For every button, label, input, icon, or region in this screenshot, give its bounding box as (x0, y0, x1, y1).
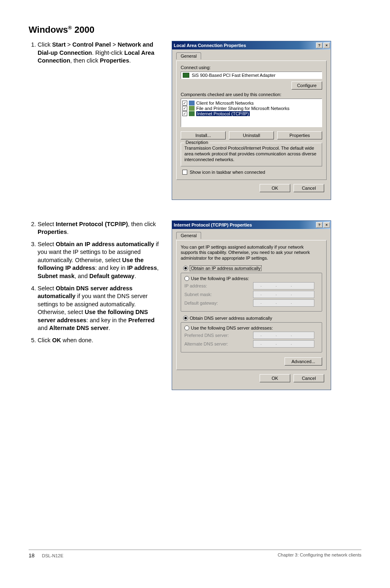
t: Select (38, 285, 56, 292)
checkbox-icon[interactable]: ✓ (182, 101, 187, 105)
default-gateway-input[interactable]: ... (253, 299, 314, 307)
taskbar-checkbox[interactable] (182, 170, 187, 175)
step-5: Click OK when done. (38, 337, 164, 345)
client-icon (189, 101, 195, 105)
item-label-selected: Internet Protocol (TCP/IP) (196, 111, 250, 116)
general-panel: You can get IP settings assigned automat… (176, 240, 327, 370)
t: > (66, 41, 73, 48)
nic-icon (183, 73, 189, 78)
t: Control Panel (72, 41, 111, 48)
advanced-button[interactable]: Advanced... (285, 357, 322, 366)
footer-model: DSL-N12E (42, 553, 63, 558)
t: . (67, 229, 69, 235)
general-panel: Connect using: SiS 900-Based PCI Fast Et… (176, 61, 327, 180)
t: Obtain an IP address automatically (56, 241, 154, 247)
ip-address-label: IP address: (184, 283, 207, 288)
radio-icon[interactable] (184, 325, 189, 330)
help-button[interactable]: ? (316, 43, 323, 48)
radio-use-dns[interactable]: Use the following DNS server addresses: (184, 325, 318, 330)
manual-dns-group: Use the following DNS server addresses: … (181, 322, 322, 352)
description-text: Transmission Control Protocol/Internet P… (184, 146, 318, 162)
t: Select (38, 221, 56, 227)
t: Click (38, 41, 52, 48)
section-heading: Windows® 2000 (29, 25, 361, 35)
t: Start (52, 41, 65, 48)
close-icon: × (325, 223, 327, 227)
t: > (111, 41, 118, 48)
step1-text: Click Start > Control Panel > Network an… (29, 41, 164, 69)
preferred-dns-label: Preferred DNS server: (184, 333, 229, 338)
properties-button[interactable]: Properties (277, 131, 322, 139)
t: IP address (127, 265, 157, 271)
manual-ip-group: Use the following IP address: IP address… (181, 273, 322, 312)
t: OK (52, 337, 61, 343)
radio-label: Use the following IP address: (191, 276, 249, 281)
cancel-button[interactable]: Cancel (294, 374, 324, 382)
ok-button[interactable]: OK (260, 374, 290, 382)
radio-obtain-dns[interactable]: Obtain DNS server address automatically (183, 316, 322, 321)
t: Alternate DNS server (49, 325, 108, 331)
configure-button[interactable]: Configure (291, 81, 322, 90)
radio-dot-icon (184, 317, 187, 319)
list-item[interactable]: ✓ Client for Microsoft Networks (182, 101, 321, 105)
tab-strip: General (176, 52, 327, 59)
t: . (134, 273, 136, 279)
radio-icon[interactable] (183, 316, 188, 321)
description-title: Description (184, 140, 209, 145)
subnet-mask-label: Subnet mask: (184, 292, 212, 297)
connect-using-label: Connect using: (181, 65, 322, 70)
cancel-button[interactable]: Cancel (294, 184, 324, 192)
heading-sup: ® (68, 25, 72, 31)
radio-icon[interactable] (184, 276, 189, 281)
close-button[interactable]: × (323, 43, 330, 48)
list-item[interactable]: ✓ Internet Protocol (TCP/IP) (182, 111, 321, 116)
preferred-dns-input[interactable]: ... (253, 332, 314, 339)
install-button[interactable]: Install... (181, 131, 226, 139)
steps2to5-text: Select Internet Protocol (TCP/IP), then … (29, 220, 164, 349)
default-gateway-label: Default gateway: (184, 301, 218, 305)
subnet-mask-input[interactable]: ... (253, 291, 314, 298)
description-group: Description Transmission Control Protoco… (181, 143, 322, 166)
dialog1-wrapper: Local Area Connection Properties ? × Gen… (172, 41, 331, 200)
taskbar-row: Show icon in taskbar when connected (181, 166, 322, 175)
t: Click (38, 337, 52, 343)
help-button[interactable]: ? (316, 222, 323, 228)
t: , and (74, 273, 89, 279)
alternate-dns-input[interactable]: ... (253, 340, 314, 348)
dialog-title: Internet Protocol (TCP/IP) Properties (174, 222, 252, 227)
intro-text: You can get IP settings assigned automat… (181, 245, 322, 261)
radio-dot-icon (184, 267, 187, 269)
t: : and key in the (86, 317, 128, 323)
ok-button[interactable]: OK (260, 184, 290, 192)
ip-address-input[interactable]: ... (253, 282, 314, 290)
page-container: Windows® 2000 Click Start > Control Pane… (0, 0, 390, 568)
components-label: Components checked are used by this conn… (181, 92, 322, 97)
tcpip-properties-dialog: Internet Protocol (TCP/IP) Properties ? … (172, 220, 331, 390)
radio-use-ip[interactable]: Use the following IP address: (184, 276, 318, 281)
t: when done. (61, 337, 93, 343)
t: Right-click (95, 49, 124, 56)
titlebar[interactable]: Internet Protocol (TCP/IP) Properties ? … (172, 221, 331, 229)
titlebar[interactable]: Local Area Connection Properties ? × (172, 41, 331, 49)
components-list[interactable]: ✓ Client for Microsoft Networks ✓ File a… (181, 99, 322, 127)
page-footer: 18 DSL-N12E Chapter 3: Configuring the n… (29, 550, 361, 559)
adapter-field: SiS 900-Based PCI Fast Ethernet Adapter (181, 72, 322, 79)
radio-label: Obtain an IP address automatically (190, 265, 262, 271)
heading-prefix: Windows (29, 25, 68, 35)
checkbox-icon[interactable]: ✓ (182, 106, 187, 111)
tab-general[interactable]: General (176, 232, 201, 239)
help-icon: ? (318, 43, 321, 47)
list-item[interactable]: ✓ File and Printer Sharing for Microsoft… (182, 106, 321, 111)
uninstall-button[interactable]: Uninstall (229, 131, 274, 139)
radio-obtain-ip[interactable]: Obtain an IP address automatically (183, 265, 322, 271)
close-button[interactable]: × (323, 222, 330, 228)
tab-strip: General (176, 231, 327, 238)
step-1: Click Start > Control Panel > Network an… (38, 41, 164, 65)
item-label: Client for Microsoft Networks (196, 101, 254, 105)
radio-icon[interactable] (183, 266, 188, 271)
checkbox-icon[interactable]: ✓ (182, 111, 187, 116)
tab-general[interactable]: General (176, 52, 201, 59)
t: Preferred (128, 317, 155, 323)
step-2: Select Internet Protocol (TCP/IP), then … (38, 220, 164, 236)
t: : and key in (95, 265, 127, 271)
